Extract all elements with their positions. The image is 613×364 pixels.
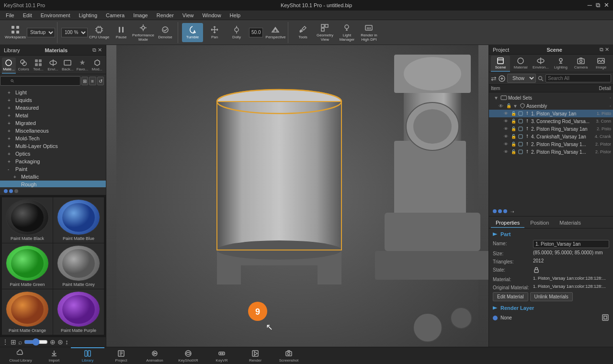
minimize-btn[interactable]: ─ — [588, 1, 592, 9]
unlink-material-btn[interactable]: Unlink Materials — [530, 292, 573, 301]
grid-view-list-btn[interactable]: ⋮ — [2, 338, 9, 346]
tree-item-liquids[interactable]: +Liquids — [0, 96, 106, 104]
dolly-btn[interactable]: Dolly — [226, 23, 247, 42]
material-paint-matte-green[interactable]: Paint Matte Green — [2, 243, 53, 289]
tree-item-metallic[interactable]: +Metallic — [0, 173, 106, 181]
tab-image[interactable]: Image — [591, 56, 611, 72]
perspective-btn[interactable]: Perspective — [265, 23, 286, 42]
menu-image[interactable]: Image — [129, 12, 152, 19]
workspace-select[interactable]: Startup — [27, 28, 55, 37]
nav-import[interactable]: Import — [37, 347, 71, 364]
nav-animation[interactable]: Animation — [138, 347, 171, 364]
scene-row-piston-1[interactable]: 👁 🔓 1. Piston_Varsay 1an 1. Pisto — [489, 110, 613, 117]
tab-position[interactable]: Position — [525, 218, 554, 228]
material-paint-matte-orange[interactable]: Paint Matte Orange — [2, 289, 53, 335]
project-close-btn[interactable]: ✕ — [605, 46, 609, 53]
project-expand-btn[interactable]: ⧉ — [600, 46, 603, 53]
tab-scene[interactable]: Scene — [491, 56, 510, 72]
part-section-header[interactable]: Part — [493, 231, 609, 237]
viewport[interactable]: 9 ↖ — [106, 45, 488, 347]
tab-camera[interactable]: Camera — [571, 56, 590, 72]
dolly-value-input[interactable]: 50.0 — [249, 28, 263, 37]
menu-file[interactable]: File — [2, 12, 18, 19]
grid-sort-btn[interactable]: ↕ — [65, 338, 68, 346]
tree-item-mold-tech[interactable]: +Mold-Tech — [0, 135, 106, 142]
scene-row-model-sets[interactable]: ▼ Model Sets - — [489, 93, 613, 102]
render-layer-expand-icon[interactable] — [602, 314, 609, 322]
menu-edit[interactable]: Edit — [19, 12, 36, 19]
menu-camera[interactable]: Camera — [102, 12, 128, 19]
tab-environment[interactable]: Environ... — [531, 56, 550, 72]
maximize-btn[interactable]: ⧉ — [596, 1, 600, 9]
tab-material[interactable]: Material — [511, 56, 530, 72]
menu-view[interactable]: View — [179, 12, 198, 19]
menu-help[interactable]: Help — [226, 12, 245, 19]
name-value[interactable]: 1. Piston_Varsay 1an — [533, 240, 609, 248]
nav-keyshotxr[interactable]: KeyShotXR — [171, 347, 205, 364]
tab-environments[interactable]: Envi... — [46, 57, 60, 74]
tumble-btn[interactable]: Tumble — [182, 23, 203, 42]
tree-item-packaging[interactable]: +Packaging — [0, 158, 106, 165]
library-expand-btn[interactable]: ⧉ — [92, 47, 96, 53]
pause-btn[interactable]: Pause — [111, 23, 132, 42]
menu-lighting[interactable]: Lighting — [75, 12, 101, 19]
nav-keyvr[interactable]: KeyVR — [205, 347, 238, 364]
denoise-btn[interactable]: Denoise — [155, 23, 176, 42]
tree-item-multi-layer[interactable]: +Multi-Layer Optics — [0, 142, 106, 150]
tab-backgrounds[interactable]: Back... — [61, 57, 75, 74]
scene-add-icon[interactable] — [499, 75, 505, 82]
menu-render[interactable]: Render — [153, 12, 178, 19]
edit-material-btn[interactable]: Edit Material — [493, 292, 528, 301]
tab-lighting[interactable]: Lighting — [551, 56, 570, 72]
grid-filter-btn[interactable]: ⊛ — [57, 338, 63, 346]
tab-materials[interactable]: Mate... — [2, 57, 16, 74]
tab-materials-props[interactable]: Materials — [555, 218, 586, 228]
performance-mode-btn[interactable]: PerformanceMode — [133, 23, 154, 42]
tree-item-light[interactable]: +Light — [0, 89, 106, 96]
tab-colors[interactable]: Colors — [17, 57, 31, 74]
tree-item-paint[interactable]: -Paint — [0, 165, 106, 173]
grid-view-grid-btn[interactable]: ⊞ — [11, 338, 16, 346]
grid-zoom-in-btn[interactable]: ⊕ — [50, 338, 56, 346]
library-close-btn[interactable]: ✕ — [98, 47, 102, 53]
material-paint-matte-purple[interactable]: Paint Matte Purple — [53, 289, 104, 335]
scene-show-dropdown[interactable]: Show — [507, 74, 536, 83]
material-paint-matte-grey[interactable]: Paint Matte Grey — [53, 243, 104, 289]
scene-row-crankshaft[interactable]: 👁 🔓 4. Crankshaft_Varsay 1an 4. Crank — [489, 133, 613, 140]
library-filter-btn[interactable]: ⊞ — [81, 77, 89, 85]
library-refresh-btn[interactable]: ↺ — [97, 77, 104, 85]
zoom-select[interactable]: 100 % — [61, 28, 88, 37]
nav-cloud-library[interactable]: Cloud Library — [4, 347, 37, 364]
tab-properties[interactable]: Properties — [491, 218, 524, 228]
close-btn[interactable]: ✕ — [604, 1, 609, 9]
grid-zoom-slider[interactable] — [24, 338, 48, 346]
render-high-dpi-btn[interactable]: Render inHigh DPI — [358, 23, 379, 42]
grid-search-btn[interactable]: ⌕ — [18, 338, 22, 346]
scene-search-input[interactable] — [545, 74, 611, 82]
geometry-view-btn[interactable]: GeometryView — [314, 23, 335, 42]
material-paint-matte-blue[interactable]: Paint Matte Blue — [53, 197, 104, 243]
scene-row-piston-ring-3[interactable]: 👁 🔓 2. Piston Ring_Varsay 1... 2. Pistor — [489, 148, 613, 156]
menu-window[interactable]: Window — [198, 12, 225, 19]
scene-row-connecting-rod[interactable]: 👁 🔓 3. Connecting Rod_Varsa... 3. Conn — [489, 117, 613, 125]
scene-row-assembly[interactable]: 👁 🔓 ▼ Assembly - — [489, 102, 613, 110]
workspaces-btn[interactable]: Workspaces — [5, 23, 26, 42]
tab-textures[interactable]: Text... — [31, 57, 45, 74]
nav-project[interactable]: Project — [104, 347, 138, 364]
scene-row-piston-ring-1[interactable]: 👁 🔓 2. Piston Ring_Varsay 1an 2. Pisto — [489, 125, 613, 133]
menu-environment[interactable]: Environment — [37, 12, 74, 19]
nav-render[interactable]: Render — [238, 347, 272, 364]
scene-row-piston-ring-2[interactable]: 👁 🔓 2. Piston Ring_Varsay 1... 2. Pistor — [489, 140, 613, 148]
render-layer-section-header[interactable]: Render Layer — [493, 305, 609, 311]
scene-collapse-icon[interactable]: ⇢ — [511, 209, 514, 214]
material-paint-matte-black[interactable]: Paint Matte Black — [2, 197, 53, 243]
scene-expand-icon[interactable]: ⇄ — [491, 75, 497, 82]
tools-btn[interactable]: Tools — [292, 23, 313, 42]
tab-models[interactable]: Mod... — [90, 57, 104, 74]
tree-item-migrated[interactable]: +Migrated — [0, 119, 106, 127]
nav-screenshot[interactable]: Screenshot — [272, 347, 306, 364]
tree-item-measured[interactable]: +Measured — [0, 104, 106, 112]
tree-item-optics[interactable]: +Optics — [0, 150, 106, 158]
tree-item-rough[interactable]: Rough — [0, 181, 106, 187]
tree-item-metal[interactable]: +Metal — [0, 112, 106, 119]
